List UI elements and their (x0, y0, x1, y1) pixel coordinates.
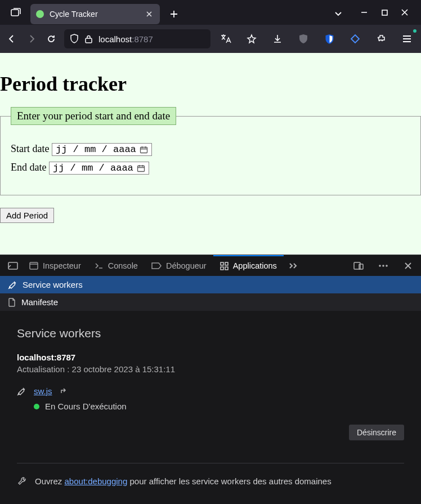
date-fieldset: Enter your period start and end date Sta… (0, 107, 421, 195)
add-period-button[interactable]: Add Period (0, 208, 54, 223)
svg-rect-3 (140, 147, 147, 153)
wrench-icon (17, 476, 27, 486)
tabs-overview-button[interactable] (6, 4, 26, 21)
calendar-icon[interactable] (137, 164, 145, 172)
tabs-dropdown-button[interactable] (334, 11, 342, 17)
devtools-menu-button[interactable] (374, 256, 393, 275)
svg-rect-9 (221, 267, 223, 270)
end-date-input[interactable]: jj / mm / aaaa (49, 162, 149, 175)
tab-close-button[interactable] (144, 9, 154, 19)
status-dot-running (34, 404, 39, 409)
sw-updated: Actualisation : 23 octobre 2023 à 15:31:… (17, 364, 404, 374)
about-debugging-link[interactable]: about:debugging (65, 476, 128, 486)
page-heading: Period tracker (0, 72, 421, 96)
url-text: localhost:8787 (98, 34, 153, 44)
period-form: Enter your period start and end date Sta… (0, 107, 421, 223)
calendar-icon[interactable] (140, 146, 148, 154)
window-maximize-button[interactable] (379, 7, 389, 17)
tab-inspector[interactable]: Inspecteur (23, 255, 88, 276)
nav-back-button[interactable] (6, 30, 19, 47)
nav-forward-button[interactable] (25, 30, 38, 47)
svg-rect-4 (137, 166, 144, 171)
window-titlebar: Cycle Tracker (0, 0, 421, 25)
window-close-button[interactable] (400, 7, 410, 17)
svg-point-15 (386, 265, 388, 267)
site-info-icon[interactable] (84, 34, 93, 44)
svg-rect-6 (30, 262, 38, 269)
browser-toolbar: localhost:8787 (0, 25, 421, 53)
tab-title: Cycle Tracker (50, 10, 138, 19)
devtools-tab-strip: Inspecteur Console Débogueur Application… (0, 255, 421, 276)
start-date-input[interactable]: jj / mm / aaaa (52, 143, 152, 156)
footer-text: Ouvrez about:debugging pour afficher les… (35, 476, 332, 486)
sw-status: En Cours D'exécution (45, 402, 127, 411)
newtab-arrow-icon[interactable] (60, 388, 68, 394)
inspector-icon (29, 262, 38, 270)
applications-icon (220, 262, 229, 270)
debugger-icon (151, 262, 162, 269)
svg-rect-10 (225, 267, 228, 270)
end-date-label: End date (11, 162, 46, 173)
applications-sidebar: Service workers Manifeste (0, 276, 421, 311)
tools-icon (17, 387, 26, 396)
sidebar-item-service-workers[interactable]: Service workers (0, 276, 421, 293)
svg-rect-8 (225, 262, 228, 265)
tracking-protection-icon[interactable] (70, 34, 79, 44)
downloads-button[interactable] (269, 30, 286, 47)
sw-origin: localhost:8787 (17, 353, 404, 362)
extensions-button[interactable] (373, 30, 389, 47)
svg-rect-0 (11, 10, 19, 16)
dev-extension-icon[interactable] (347, 30, 364, 47)
responsive-mode-button[interactable] (349, 256, 368, 275)
svg-rect-7 (221, 262, 223, 265)
svg-point-14 (382, 265, 384, 267)
service-workers-panel: Service workers localhost:8787 Actualisa… (0, 311, 421, 504)
svg-rect-2 (86, 38, 92, 43)
nav-reload-button[interactable] (44, 30, 57, 47)
browser-tab-active[interactable]: Cycle Tracker (30, 4, 160, 24)
tab-applications[interactable]: Applications (213, 255, 284, 276)
tools-icon (8, 280, 17, 289)
bitwarden-icon[interactable] (321, 30, 338, 47)
sw-script-link[interactable]: sw.js (34, 386, 52, 396)
sidebar-item-manifest[interactable]: Manifeste (0, 293, 421, 311)
document-icon (8, 298, 16, 307)
divider (17, 463, 404, 463)
devtools-close-button[interactable] (398, 256, 418, 275)
devtools-panel: Inspecteur Console Débogueur Application… (0, 255, 421, 504)
panel-heading: Service workers (17, 327, 404, 340)
app-menu-button[interactable] (398, 30, 415, 47)
url-bar[interactable]: localhost:8787 (64, 29, 210, 48)
translate-button[interactable] (217, 30, 234, 47)
tab-console[interactable]: Console (88, 255, 145, 276)
fieldset-legend: Enter your period start and end date (11, 107, 176, 125)
console-icon (95, 262, 104, 269)
page-content: Period tracker Enter your period start a… (0, 53, 421, 255)
devtools-dock-button[interactable] (3, 256, 23, 275)
devtools-overflow-button[interactable] (284, 256, 303, 275)
tab-favicon (36, 10, 44, 18)
window-minimize-button[interactable] (359, 7, 369, 17)
ublock-icon[interactable] (295, 30, 312, 47)
unregister-button[interactable]: Désinscrire (349, 425, 404, 440)
svg-point-13 (379, 265, 381, 267)
svg-rect-12 (359, 264, 363, 269)
start-date-label: Start date (11, 143, 49, 154)
tab-debugger[interactable]: Débogueur (145, 255, 213, 276)
bookmark-button[interactable] (243, 30, 260, 47)
new-tab-button[interactable] (165, 6, 182, 23)
svg-rect-1 (382, 10, 387, 15)
